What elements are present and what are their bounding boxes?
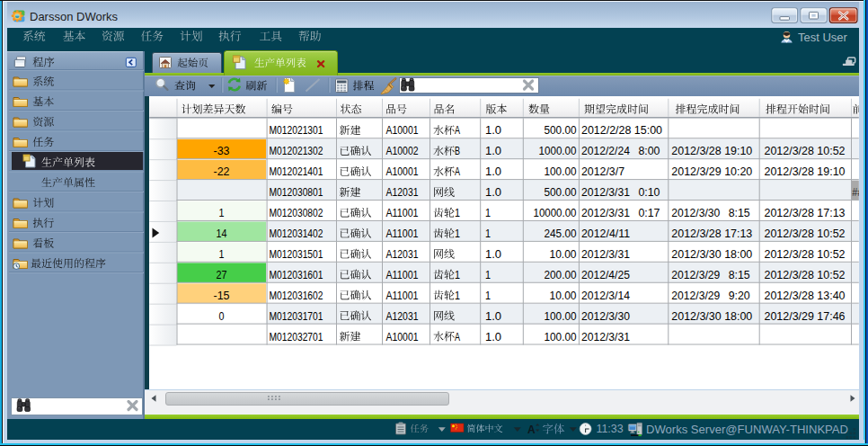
svg-text:9:20: 9:20 <box>729 289 750 302</box>
svg-text:1.0: 1.0 <box>485 185 501 199</box>
svg-text:11:33: 11:33 <box>596 423 623 435</box>
svg-text:A11001: A11001 <box>386 227 419 240</box>
svg-text:A12031: A12031 <box>386 309 419 323</box>
svg-text:2012/3/31: 2012/3/31 <box>581 247 630 261</box>
svg-text:A: A <box>455 165 460 178</box>
svg-text:1.0: 1.0 <box>485 330 501 343</box>
svg-text:M012031402: M012031402 <box>270 227 323 240</box>
svg-text:A12031: A12031 <box>386 185 419 199</box>
svg-text:2012/3/29 17:46: 2012/3/29 17:46 <box>765 309 846 323</box>
svg-text:2012/3/30 18:00: 2012/3/30 18:00 <box>671 247 752 261</box>
svg-text:10000.00: 10000.00 <box>534 206 577 219</box>
svg-text:M012032701: M012032701 <box>270 330 323 343</box>
svg-text:A11001: A11001 <box>386 268 419 281</box>
svg-text:M012030802: M012030802 <box>270 206 323 219</box>
svg-text:1: 1 <box>485 227 491 240</box>
svg-text:245.00: 245.00 <box>545 227 577 240</box>
svg-text:2012/3/7: 2012/3/7 <box>581 165 624 178</box>
svg-text:B: B <box>455 144 460 157</box>
svg-text:10.00: 10.00 <box>550 247 577 261</box>
svg-text:M012021301: M012021301 <box>270 123 323 137</box>
svg-text:1.0: 1.0 <box>485 123 501 137</box>
svg-text:1: 1 <box>455 268 460 281</box>
svg-text:2012/3/29 10:20: 2012/3/29 10:20 <box>671 165 752 178</box>
svg-text:M012030801: M012030801 <box>270 185 323 199</box>
svg-text:8:15: 8:15 <box>729 206 750 219</box>
svg-text:2012/3/28 17:13: 2012/3/28 17:13 <box>671 227 752 240</box>
svg-text:A: A <box>455 330 460 343</box>
svg-text:1: 1 <box>485 206 491 219</box>
svg-text:2012/3/28 10:52: 2012/3/28 10:52 <box>765 144 846 157</box>
svg-text:2012/4/25: 2012/4/25 <box>581 268 630 281</box>
svg-text:A11001: A11001 <box>386 206 419 219</box>
svg-text:100.00: 100.00 <box>545 309 577 323</box>
svg-text:M012031701: M012031701 <box>270 309 323 323</box>
svg-text:1: 1 <box>485 289 491 302</box>
svg-text:A: A <box>527 424 536 436</box>
svg-text:2012/3/28 10:52: 2012/3/28 10:52 <box>765 268 846 281</box>
svg-text:M012021401: M012021401 <box>270 165 323 178</box>
svg-text:2012/3/29: 2012/3/29 <box>671 268 720 281</box>
svg-text:100.00: 100.00 <box>545 165 577 178</box>
svg-text:2012/3/28 10:52: 2012/3/28 10:52 <box>765 247 846 261</box>
svg-text:A12031: A12031 <box>386 247 419 261</box>
svg-text:500.00: 500.00 <box>545 123 577 137</box>
svg-text:A10002: A10002 <box>386 144 419 157</box>
svg-text:14: 14 <box>217 227 227 240</box>
svg-text:2012/2/24: 2012/2/24 <box>581 144 630 157</box>
svg-text:1.0: 1.0 <box>485 144 501 157</box>
svg-text:1: 1 <box>455 227 460 240</box>
svg-text:-22: -22 <box>214 165 230 178</box>
svg-text:M012031601: M012031601 <box>270 268 323 281</box>
svg-text:0: 0 <box>219 309 225 323</box>
svg-text:27: 27 <box>217 268 227 281</box>
svg-text:-33: -33 <box>214 144 230 157</box>
svg-text:100.00: 100.00 <box>545 330 577 343</box>
svg-text:2012/3/30: 2012/3/30 <box>671 206 720 219</box>
svg-text:-15: -15 <box>214 289 230 302</box>
svg-text:2012/3/31: 2012/3/31 <box>581 330 630 343</box>
svg-text:2012/3/31: 2012/3/31 <box>581 185 630 199</box>
svg-text:2012/3/28 19:10: 2012/3/28 19:10 <box>671 144 752 157</box>
svg-text:A10001: A10001 <box>386 123 419 137</box>
svg-text:1000.00: 1000.00 <box>539 144 577 157</box>
svg-text:A11001: A11001 <box>386 289 419 302</box>
svg-text:A: A <box>455 123 460 137</box>
svg-text:1: 1 <box>219 247 225 261</box>
svg-text:2012/3/30: 2012/3/30 <box>581 309 630 323</box>
svg-text:200.00: 200.00 <box>545 268 577 281</box>
svg-text:A10001: A10001 <box>386 330 419 343</box>
svg-text:Test User: Test User <box>798 31 848 44</box>
svg-text:10.00: 10.00 <box>550 289 577 302</box>
svg-text:2012/2/28 15:00: 2012/2/28 15:00 <box>581 123 662 137</box>
svg-text:1: 1 <box>485 268 491 281</box>
svg-text:2012/3/30 18:00: 2012/3/30 18:00 <box>671 309 752 323</box>
svg-text:2012/3/28 19:10: 2012/3/28 19:10 <box>765 165 846 178</box>
svg-text:0:10: 0:10 <box>638 185 660 199</box>
svg-text:500.00: 500.00 <box>545 185 577 199</box>
svg-text:1: 1 <box>219 206 225 219</box>
svg-text:8:00: 8:00 <box>638 144 660 157</box>
svg-text:1: 1 <box>455 206 460 219</box>
svg-text:DWorks Server@FUNWAY-THINKPAD: DWorks Server@FUNWAY-THINKPAD <box>646 423 848 436</box>
svg-text:M012031501: M012031501 <box>270 247 323 261</box>
svg-text:2012/3/28 10:52: 2012/3/28 10:52 <box>765 227 846 240</box>
svg-text:2012/3/14: 2012/3/14 <box>581 289 630 302</box>
svg-text:8:15: 8:15 <box>729 268 750 281</box>
svg-text:2012/3/31: 2012/3/31 <box>581 206 630 219</box>
svg-text:2012/3/28 13:40: 2012/3/28 13:40 <box>765 289 846 302</box>
svg-text:1.0: 1.0 <box>485 165 501 178</box>
svg-text:M012021302: M012021302 <box>270 144 323 157</box>
svg-text:2012/3/28 17:13: 2012/3/28 17:13 <box>765 206 846 219</box>
svg-text:0:17: 0:17 <box>638 206 660 219</box>
svg-text:M012031602: M012031602 <box>270 289 323 302</box>
svg-text:1.0: 1.0 <box>485 247 501 261</box>
svg-text:2012/3/29: 2012/3/29 <box>671 289 720 302</box>
svg-text:2012/4/11: 2012/4/11 <box>581 227 630 240</box>
svg-text:1: 1 <box>455 289 460 302</box>
svg-text:A10001: A10001 <box>386 165 419 178</box>
svg-text:1.0: 1.0 <box>485 309 501 323</box>
